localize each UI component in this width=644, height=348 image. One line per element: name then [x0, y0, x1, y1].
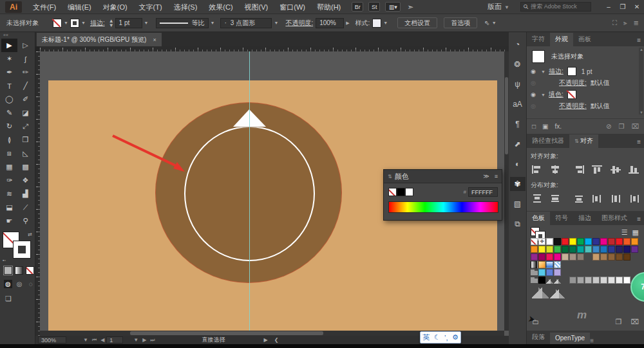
arrange-docs-icon[interactable]: ▥▾ [385, 2, 401, 12]
brush-definition-select[interactable]: ·3 点圆形 [220, 18, 272, 28]
type-tool[interactable]: T [1, 79, 17, 93]
tab-swatches[interactable]: 色板 [527, 212, 550, 225]
swatch[interactable] [538, 238, 545, 245]
swatch[interactable] [616, 246, 623, 253]
swatch[interactable] [554, 277, 561, 284]
panel-options-icon[interactable]: ⫸ [623, 19, 627, 27]
tab-opentype[interactable]: OpenType [550, 333, 590, 344]
scale-tool[interactable]: ⤢ [17, 120, 33, 133]
gradient-mode-button[interactable] [15, 266, 23, 275]
horizontal-ruler[interactable] [40, 46, 509, 51]
panel-menu-icon[interactable]: ≡ [634, 138, 644, 148]
menu-item[interactable]: 选择(S) [168, 0, 204, 14]
hand-tool[interactable]: ☛ [1, 214, 17, 228]
document-setup-button[interactable]: 文档设置 [397, 17, 437, 28]
swatch[interactable] [569, 238, 576, 245]
menu-item[interactable]: 编辑(E) [62, 0, 97, 14]
shape-properties-icon[interactable]: ◔ [510, 37, 526, 51]
align-vertical-center[interactable] [609, 163, 622, 175]
status-menu-icon[interactable]: ▶ [264, 337, 268, 343]
mesh-tool[interactable]: ▦ [1, 160, 17, 174]
swatch[interactable] [585, 277, 592, 284]
eraser-tool[interactable]: ◪ [17, 106, 33, 120]
scrollbar-thumb[interactable] [505, 77, 508, 154]
paragraph-styles-icon[interactable]: ¶ [510, 117, 526, 131]
distribute-vertical-top[interactable] [531, 192, 544, 204]
align-horizontal-center[interactable] [549, 163, 562, 175]
swatch[interactable] [600, 277, 607, 284]
chevron-down-icon[interactable]: ▼ [211, 21, 215, 25]
hex-value-field[interactable]: FFFFFF [468, 187, 498, 197]
swatch[interactable] [600, 238, 607, 245]
chevron-down-icon[interactable]: ▼ [144, 21, 149, 25]
swatch[interactable] [577, 246, 584, 253]
align-vertical-bottom[interactable] [628, 163, 641, 175]
swap-fill-stroke-icon[interactable]: ⇄ [28, 232, 32, 237]
swatch[interactable] [554, 238, 561, 245]
ellipse-tool[interactable]: ◯ [1, 93, 17, 106]
panel-menu-icon[interactable]: ≡ [634, 215, 644, 225]
swatch[interactable] [577, 238, 584, 245]
character-styles-icon[interactable]: aA [510, 97, 526, 111]
ruler-origin[interactable] [35, 46, 40, 51]
swatch[interactable] [538, 269, 545, 276]
lasso-tool[interactable]: ʃ [17, 52, 33, 66]
perspective-grid-tool[interactable]: ◺ [17, 147, 33, 160]
expand-icon[interactable]: ⛶ [612, 19, 617, 27]
swatch[interactable] [577, 253, 584, 261]
menu-item[interactable]: 对象(O) [97, 0, 133, 14]
tab-character[interactable]: 字符 [527, 33, 550, 46]
swatch[interactable] [592, 277, 600, 284]
rotate-tool[interactable]: ↻ [1, 120, 17, 133]
swatch[interactable] [546, 246, 553, 253]
swatch[interactable] [623, 277, 630, 284]
stroke-color-swatch[interactable] [70, 19, 79, 28]
visibility-eye-icon[interactable]: ◎ [531, 103, 541, 109]
align-horizontal-right[interactable] [573, 163, 585, 175]
tab-graphic-styles[interactable]: 图形样式 [596, 212, 632, 225]
swatch[interactable] [569, 253, 576, 261]
swatch[interactable] [600, 253, 607, 261]
panel-scrollbar[interactable]: ▲▼ [639, 48, 643, 114]
swatch[interactable] [616, 253, 623, 261]
chevron-down-icon[interactable]: ▼ [492, 21, 497, 25]
pattern-swatches[interactable] [531, 284, 576, 298]
swatch[interactable] [585, 246, 592, 253]
chevron-right-icon[interactable]: ▶ [346, 21, 349, 26]
tab-align[interactable]: ⇅ 对齐 [569, 134, 598, 148]
tab-appearance[interactable]: 外观 [550, 33, 573, 46]
scroll-left-icon[interactable]: ❮ [274, 337, 279, 343]
blend-tool[interactable]: ❖ [17, 174, 33, 187]
swatch[interactable] [531, 277, 538, 284]
shape-builder-tool[interactable]: ⧈ [1, 147, 17, 160]
stroke-stepper[interactable]: ▲▼ [109, 19, 114, 28]
chevron-down-icon[interactable]: ▼ [83, 337, 88, 343]
align-vertical-top[interactable] [591, 163, 604, 175]
tab-artboards[interactable]: 画板 [573, 33, 596, 46]
chevron-down-icon[interactable]: ▼ [541, 69, 549, 74]
brushes-icon[interactable]: ψ [510, 77, 526, 91]
distribute-vertical-bottom[interactable] [573, 192, 585, 204]
workspace-switcher[interactable]: 版面▼ [488, 2, 511, 12]
swatch[interactable] [623, 238, 630, 245]
preferences-button[interactable]: 首选项 [444, 17, 477, 28]
magic-wand-tool[interactable]: ✶ [1, 52, 17, 66]
swatch[interactable] [554, 246, 561, 253]
list-icon[interactable]: ≣ [634, 19, 639, 26]
stroke-swatch[interactable] [567, 67, 576, 76]
white-swatch[interactable] [405, 188, 413, 196]
list-view-icon[interactable]: ☰ [621, 228, 628, 237]
panel-collapse-icon[interactable]: ⇅ [388, 174, 392, 179]
first-artboard-icon[interactable]: ⏮ [92, 337, 97, 343]
swatch[interactable] [531, 246, 538, 253]
swatch[interactable] [608, 277, 615, 284]
swatch[interactable] [546, 269, 553, 276]
draw-normal-icon[interactable]: ◍ [4, 280, 12, 288]
gradient-tool[interactable]: ▩ [17, 160, 33, 174]
distribute-vertical-center[interactable] [549, 192, 562, 204]
swatch[interactable] [631, 246, 638, 253]
fill-color-swatch[interactable] [53, 19, 62, 28]
panel-expand-icon[interactable]: ≫ [483, 173, 489, 179]
swatch[interactable] [531, 261, 538, 268]
visibility-eye-icon[interactable]: ◎ [531, 80, 541, 86]
